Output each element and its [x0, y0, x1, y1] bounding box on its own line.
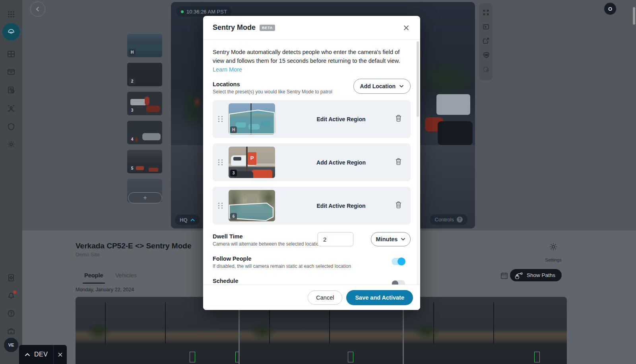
- pip-icon[interactable]: [483, 23, 489, 32]
- close-dev-icon[interactable]: [54, 352, 67, 357]
- preset-badge: H: [129, 49, 136, 56]
- modal-body: Sentry Mode automatically detects people…: [203, 40, 420, 300]
- chevron-up-icon: [190, 219, 195, 221]
- toolbox-icon[interactable]: [7, 327, 16, 336]
- settings-gear-icon[interactable]: [549, 242, 558, 251]
- sidebar-item-shield[interactable]: [7, 122, 16, 131]
- location-row: 6 Edit Active Region: [213, 187, 411, 225]
- trash-icon[interactable]: [395, 201, 402, 210]
- follow-people-label: Follow People: [213, 256, 411, 262]
- notification-badge-dot: [13, 290, 16, 294]
- add-location-button[interactable]: Add Location: [353, 79, 411, 94]
- preset-badge: 6: [230, 213, 237, 220]
- preset-badge: 2: [129, 78, 136, 85]
- quality-selector[interactable]: HQ: [175, 215, 200, 225]
- page-title: Verkada CP52-E <> Sentry Mode: [76, 242, 191, 250]
- modal-scrollbar[interactable]: [417, 41, 419, 299]
- add-active-region-link[interactable]: Add Active Region: [275, 159, 395, 166]
- location-row: H Edit Active Region: [213, 100, 411, 138]
- org-avatar[interactable]: O: [603, 2, 617, 15]
- preset-thumbnail[interactable]: 3: [127, 92, 162, 115]
- follow-people-subtitle: If disabled, the will camera remain stat…: [213, 263, 411, 269]
- dev-label: DEV: [34, 351, 48, 358]
- share-icon[interactable]: [483, 37, 489, 46]
- controls-button[interactable]: Controls ?: [430, 214, 467, 225]
- follow-people-toggle[interactable]: [392, 258, 405, 265]
- sidebar-item-grid-view[interactable]: [7, 50, 16, 58]
- show-paths-button[interactable]: Show Paths: [510, 269, 562, 281]
- dev-toolbar[interactable]: DEV: [19, 345, 67, 364]
- preset-thumbnail[interactable]: 4: [127, 121, 162, 144]
- person-detection-box: [348, 352, 353, 362]
- history-video-panel[interactable]: [404, 297, 567, 364]
- person-detection-box: [235, 352, 238, 362]
- blur-faces-icon[interactable]: [483, 66, 489, 74]
- chevron-down-icon: [399, 85, 404, 88]
- description-text: Sentry Mode automatically detects people…: [213, 49, 400, 64]
- trash-icon[interactable]: [395, 158, 402, 167]
- chevron-up-icon[interactable]: [25, 353, 30, 356]
- sidebar-item-settings[interactable]: [7, 140, 16, 149]
- privacy-shield-icon[interactable]: [482, 52, 490, 60]
- sidebar-item-archive[interactable]: [7, 68, 16, 76]
- sidebar-item-cameras-active[interactable]: [2, 23, 20, 41]
- timestamp-pill: 10:36:26 AM PST: [176, 6, 232, 17]
- edit-active-region-link[interactable]: Edit Active Region: [275, 203, 395, 209]
- question-icon: ?: [457, 217, 463, 223]
- person-detection-box: [190, 352, 195, 362]
- edit-active-region-link[interactable]: Edit Active Region: [275, 116, 395, 122]
- cancel-button[interactable]: Cancel: [308, 290, 342, 305]
- learn-more-link[interactable]: Learn More: [213, 66, 242, 73]
- dwell-time-input[interactable]: [318, 232, 353, 246]
- chevron-down-icon: [401, 238, 405, 241]
- modal-title: Sentry Mode: [213, 23, 256, 32]
- dwell-unit-select[interactable]: Minutes: [371, 232, 411, 246]
- settings-label: Settings: [544, 258, 563, 262]
- apps-grid-icon[interactable]: [7, 10, 16, 19]
- dwell-unit-label: Minutes: [376, 236, 398, 242]
- preset-badge: 3: [230, 170, 237, 176]
- drag-handle-icon[interactable]: [218, 203, 224, 209]
- person-detection-box: [534, 352, 540, 362]
- back-button[interactable]: [30, 2, 45, 17]
- user-avatar[interactable]: VE: [4, 338, 18, 352]
- schedule-label: Schedule: [213, 278, 411, 284]
- quality-label: HQ: [180, 217, 188, 223]
- preset-thumbnail[interactable]: 2: [127, 63, 162, 86]
- sidebar-item-release-notes[interactable]: [7, 273, 16, 282]
- paths-icon: [515, 272, 524, 279]
- tab-vehicles[interactable]: Vehicles: [115, 272, 137, 279]
- site-subtitle: Demo Site: [76, 252, 100, 258]
- dwell-time-row: Dwell Time Camera will alternate between…: [213, 233, 411, 247]
- sidebar-item-reports[interactable]: [7, 86, 16, 95]
- notifications-bell-icon[interactable]: [7, 291, 16, 300]
- tab-people[interactable]: People: [84, 272, 103, 279]
- preset-badge: H: [230, 126, 237, 133]
- date-label: Monday, January 22, 2024: [76, 287, 134, 292]
- close-icon[interactable]: [402, 23, 411, 32]
- page-scrollbar[interactable]: [633, 7, 635, 25]
- video-tools-panel: [479, 3, 493, 80]
- add-location-label: Add Location: [360, 83, 396, 89]
- show-paths-label: Show Paths: [527, 272, 555, 278]
- preset-thumbnail[interactable]: H: [127, 34, 162, 57]
- location-thumbnail: P 3: [229, 147, 275, 178]
- chevron-left-icon: [35, 6, 41, 12]
- controls-label: Controls: [435, 217, 454, 223]
- location-thumbnail: H: [229, 103, 275, 135]
- save-and-activate-button[interactable]: Save and Activate: [346, 290, 413, 305]
- fullscreen-icon[interactable]: [483, 9, 489, 17]
- trash-icon[interactable]: [395, 114, 402, 124]
- help-icon[interactable]: [7, 309, 16, 318]
- modal-description: Sentry Mode automatically detects people…: [213, 48, 409, 74]
- preset-thumbnail[interactable]: 5: [127, 150, 162, 173]
- drag-handle-icon[interactable]: [218, 116, 224, 122]
- preset-badge: 4: [129, 136, 136, 143]
- drag-handle-icon[interactable]: [218, 159, 224, 165]
- sidebar-item-person-detection[interactable]: [7, 104, 16, 113]
- plus-icon: +: [143, 194, 147, 202]
- sentry-mode-modal: Sentry Mode BETA Sentry Mode automatical…: [203, 16, 420, 310]
- add-preset-button[interactable]: +: [128, 192, 162, 203]
- preset-badge: 5: [129, 165, 136, 172]
- calendar-icon[interactable]: [500, 272, 508, 281]
